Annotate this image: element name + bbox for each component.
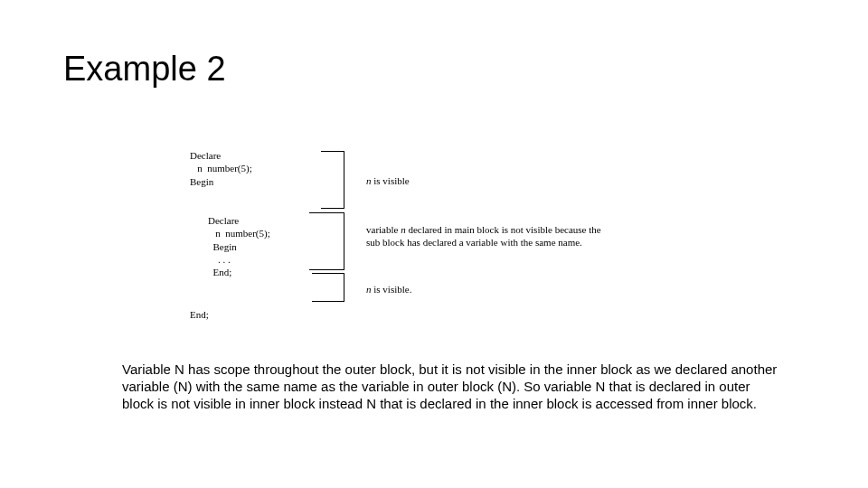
slide-title: Example 2 [63, 50, 226, 89]
bracket-outer-bottom [312, 273, 344, 302]
annotation-not-visible: variable n declared in main block is not… [366, 223, 601, 249]
annotation-visible-top: n is visible [366, 174, 601, 187]
code-outer-end: End; [190, 308, 209, 321]
code-outer-declare: Declare n number(5); Begin [190, 149, 252, 188]
scope-diagram: Declare n number(5); Begin Declare n num… [190, 149, 651, 325]
code-inner-block: Declare n number(5); Begin . . . End; [208, 214, 270, 278]
bracket-inner [309, 212, 344, 270]
bracket-outer-top [321, 151, 344, 209]
annotation-visible-bottom: n is visible. [366, 283, 601, 296]
explanation-paragraph: Variable N has scope throughout the oute… [122, 361, 782, 412]
